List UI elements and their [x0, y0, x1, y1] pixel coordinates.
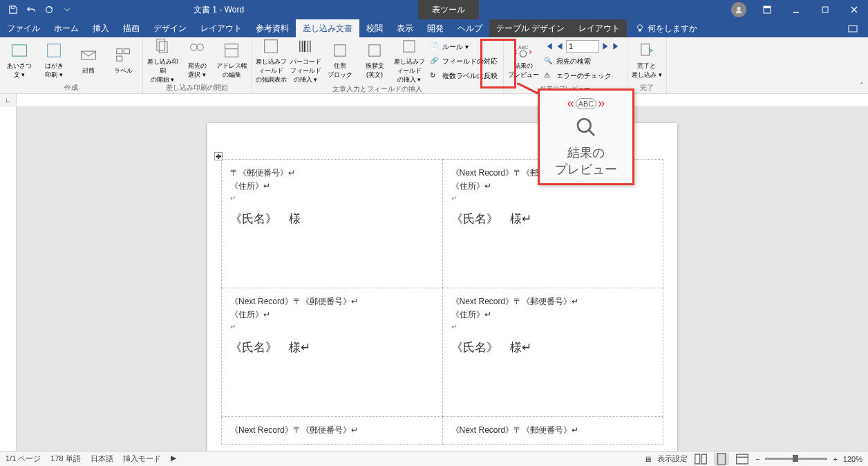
- insert-field-button[interactable]: 差し込みフィールド の挿入 ▾: [393, 39, 426, 82]
- tab-mailings[interactable]: 差し込み文書: [296, 19, 359, 37]
- status-words[interactable]: 178 単語: [50, 454, 80, 464]
- barcode-button[interactable]: バーコード フィールドの挿入 ▾: [289, 39, 322, 82]
- tab-table-layout[interactable]: レイアウト: [572, 19, 627, 37]
- table-move-handle[interactable]: ✥: [214, 152, 223, 160]
- match-icon: 🔗: [430, 57, 440, 66]
- svg-point-32: [520, 50, 526, 57]
- highlight-fields-label: 差し込みフィールド の強調表示: [254, 57, 287, 84]
- cell4-name: 《氏名》 様↵: [451, 339, 655, 355]
- svg-point-1: [46, 7, 53, 13]
- user-account-icon[interactable]: [731, 2, 746, 17]
- share-button[interactable]: [838, 19, 868, 37]
- highlight-fields-button[interactable]: 差し込みフィールド の強調表示: [254, 39, 287, 82]
- edit-recipients-button[interactable]: アドレス帳 の編集: [215, 39, 248, 82]
- collapse-ribbon-button[interactable]: ˄: [860, 82, 864, 91]
- redo-button[interactable]: [41, 2, 57, 17]
- next-record-button[interactable]: [601, 41, 610, 51]
- qat-dropdown[interactable]: [59, 2, 75, 17]
- tab-home[interactable]: ホーム: [47, 19, 86, 37]
- cell5-postal: 《Next Record》〒《郵便番号》↵: [230, 424, 434, 437]
- svg-line-36: [589, 130, 594, 136]
- tab-references[interactable]: 参考資料: [249, 19, 296, 37]
- envelope-button[interactable]: 封筒: [72, 39, 105, 82]
- cell6-postal: 《Next Record》〒《郵便番号》↵: [451, 424, 655, 437]
- address-block-button[interactable]: 住所 ブロック: [323, 39, 357, 82]
- minimize-button[interactable]: [782, 0, 810, 19]
- zoom-out-button[interactable]: −: [755, 455, 760, 463]
- close-button[interactable]: [840, 0, 868, 19]
- find-recipient-button[interactable]: 🔍宛先の検索: [541, 55, 624, 68]
- svg-rect-9: [849, 26, 857, 32]
- zoom-in-button[interactable]: +: [833, 455, 837, 463]
- tab-file[interactable]: ファイル: [0, 19, 47, 37]
- record-navigation: [541, 39, 624, 54]
- ribbon-group-finish: 完了と 差し込み ▾ 完了: [628, 37, 667, 93]
- view-print-layout[interactable]: [714, 453, 729, 465]
- svg-point-19: [197, 44, 203, 50]
- tab-developer[interactable]: 開発: [420, 19, 451, 37]
- search-icon: 🔍: [544, 57, 554, 66]
- label-cell-6[interactable]: 《Next Record》〒《郵便番号》↵: [442, 417, 663, 445]
- svg-rect-6: [822, 7, 828, 12]
- tab-table-design[interactable]: テーブル デザイン: [489, 19, 572, 37]
- svg-rect-30: [404, 40, 415, 51]
- ribbon-display-button[interactable]: [753, 0, 781, 19]
- select-recipients-button[interactable]: 宛先の 選択 ▾: [180, 39, 214, 82]
- label-cell-4[interactable]: 《Next Record》〒《郵便番号》↵ 《住所》↵ ↵ 《氏名》 様↵: [442, 288, 663, 417]
- svg-rect-20: [225, 44, 238, 57]
- tab-layout[interactable]: レイアウト: [194, 19, 249, 37]
- label-button[interactable]: ラベル: [106, 39, 140, 82]
- tell-me-label: 何をしますか: [648, 23, 697, 35]
- tab-review[interactable]: 校閲: [359, 19, 390, 37]
- label-cell-1[interactable]: 〒《郵便番号》↵ 《住所》↵ ↵ 《氏名》 様: [222, 160, 443, 288]
- save-button[interactable]: [6, 2, 21, 17]
- greeting-button[interactable]: あいさつ 文 ▾: [3, 39, 36, 82]
- start-merge-button[interactable]: 差し込み印刷 の開始 ▾: [146, 39, 179, 82]
- maximize-button[interactable]: [811, 0, 839, 19]
- tab-insert[interactable]: 挿入: [86, 19, 116, 37]
- zoom-slider-thumb[interactable]: [793, 455, 798, 462]
- finish-merge-button[interactable]: 完了と 差し込み ▾: [630, 39, 663, 82]
- svg-rect-33: [641, 44, 650, 55]
- check-errors-button[interactable]: ⚠エラーのチェック: [541, 69, 624, 83]
- label-cell-3[interactable]: 《Next Record》〒《郵便番号》↵ 《住所》↵ ↵ 《氏名》 様↵: [222, 288, 443, 417]
- tab-help[interactable]: ヘルプ: [451, 19, 489, 37]
- ruler-horizontal[interactable]: [17, 94, 868, 106]
- page-viewport[interactable]: ✥ 〒《郵便番号》↵ 《住所》↵ ↵ 《氏名》 様 《Next Record》〒…: [17, 106, 868, 452]
- status-macro-icon[interactable]: ▶: [171, 454, 176, 464]
- postcard-button[interactable]: はがき 印刷 ▾: [37, 39, 70, 82]
- tell-me-search[interactable]: 何をしますか: [627, 19, 706, 37]
- cell1-blank: ↵: [230, 193, 434, 204]
- ribbon-group-start: 差し込み印刷 の開始 ▾ 宛先の 選択 ▾ アドレス帳 の編集 差し込み印刷の開…: [143, 37, 252, 93]
- status-insert-mode[interactable]: 挿入モード: [123, 454, 161, 464]
- status-display-settings[interactable]: 表示設定: [657, 454, 688, 464]
- error-icon: ⚠: [544, 71, 554, 81]
- window-controls: [731, 0, 868, 19]
- zoom-slider[interactable]: [765, 458, 827, 460]
- tab-view[interactable]: 表示: [390, 19, 420, 37]
- status-language[interactable]: 日本語: [91, 454, 113, 464]
- view-web-layout[interactable]: [735, 453, 750, 465]
- svg-rect-11: [48, 44, 61, 57]
- status-page[interactable]: 1/1 ページ: [6, 454, 41, 464]
- cell2-blank: ↵: [451, 193, 655, 204]
- ruler-tab-selector[interactable]: ∟: [0, 94, 17, 106]
- display-settings-icon[interactable]: 🖥: [644, 455, 652, 463]
- undo-button[interactable]: [23, 2, 39, 17]
- greeting-line-button[interactable]: 挨拶文 (英文): [358, 39, 391, 82]
- prev-record-button[interactable]: [555, 41, 565, 51]
- greeting-label: あいさつ 文 ▾: [7, 62, 32, 80]
- svg-text:ABC: ABC: [518, 45, 528, 50]
- zoom-level[interactable]: 120%: [843, 455, 862, 463]
- tab-design[interactable]: デザイン: [147, 19, 194, 37]
- svg-point-35: [578, 119, 591, 132]
- last-record-button[interactable]: [612, 41, 621, 51]
- first-record-button[interactable]: [544, 41, 554, 51]
- tab-draw[interactable]: 描画: [116, 19, 147, 37]
- record-number-input[interactable]: [566, 40, 599, 53]
- annotation-highlight-preview: [480, 39, 516, 88]
- view-read-mode[interactable]: [693, 453, 708, 465]
- ruler-vertical[interactable]: [0, 106, 17, 452]
- svg-rect-14: [124, 48, 129, 53]
- label-cell-5[interactable]: 《Next Record》〒《郵便番号》↵: [222, 417, 443, 445]
